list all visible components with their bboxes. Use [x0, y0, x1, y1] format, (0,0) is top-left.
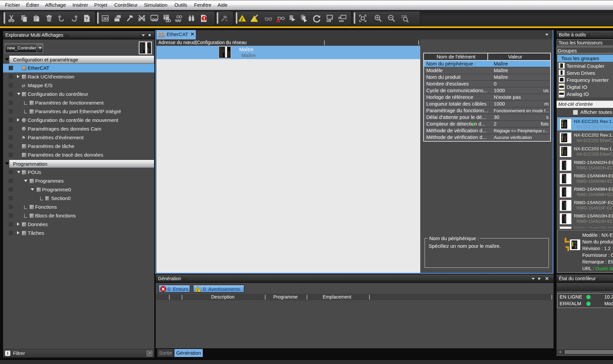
svg-text:3D: 3D [103, 16, 108, 21]
svg-text:?: ? [85, 16, 88, 21]
svg-text:1: 1 [331, 16, 333, 19]
